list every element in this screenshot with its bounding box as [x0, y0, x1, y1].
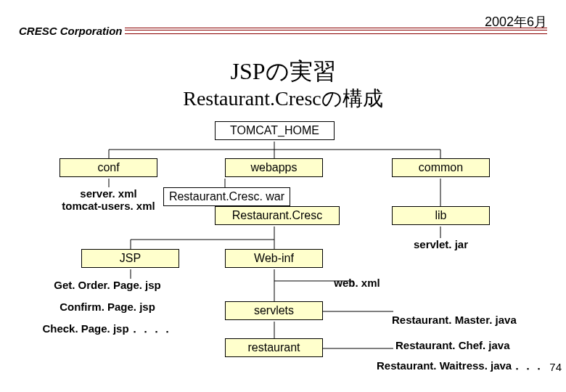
node-restaurant-cresc: Restaurant.Cresc — [215, 206, 340, 225]
file-web-xml: web. xml — [328, 277, 386, 289]
file-server-xml: server. xml tomcat-users. xml — [60, 187, 157, 212]
file-master: Restaurant. Master. java — [392, 314, 537, 326]
file-waitress: Restaurant. Waitress. java．．． — [377, 359, 551, 373]
title-line-2: Restaurant.Crescの構成 — [0, 86, 566, 111]
file-confirm: Confirm. Page. jsp — [42, 301, 173, 313]
file-servlet-jar: servlet. jar — [392, 238, 490, 250]
node-common: common — [392, 158, 490, 177]
node-conf: conf — [60, 158, 157, 177]
title-line-1: JSPの実習 — [0, 57, 566, 86]
node-web-inf: Web-inf — [225, 249, 323, 268]
node-jsp: JSP — [81, 249, 179, 268]
node-tomcat-home: TOMCAT_HOME — [215, 121, 335, 140]
company-name: CRESC Corporation — [19, 25, 123, 37]
file-check: Check. Page. jsp．．．． — [42, 322, 173, 336]
node-war: Restaurant.Cresc. war — [163, 187, 290, 206]
header-divider — [125, 28, 547, 34]
title-block: JSPの実習 Restaurant.Crescの構成 — [0, 57, 566, 111]
node-webapps: webapps — [225, 158, 323, 177]
file-get-order: Get. Order. Page. jsp — [42, 279, 173, 291]
slide-header: CRESC Corporation 2002年6月 — [0, 0, 566, 13]
node-lib: lib — [392, 206, 490, 225]
node-servlets: servlets — [225, 301, 323, 320]
file-chef: Restaurant. Chef. java — [395, 339, 541, 351]
node-restaurant: restaurant — [225, 338, 323, 357]
page-number: 74 — [549, 361, 562, 373]
